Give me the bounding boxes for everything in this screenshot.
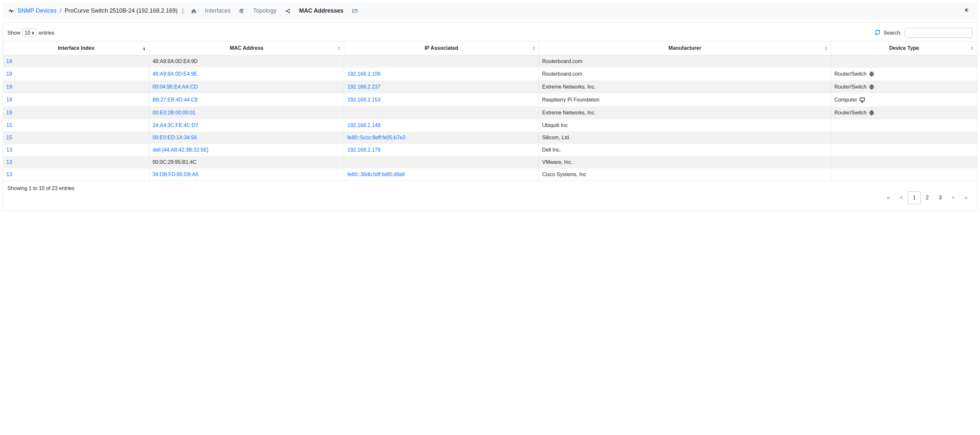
iface-link[interactable]: 13 <box>6 159 12 165</box>
network-icon <box>869 71 875 77</box>
iface-link[interactable]: 19 <box>6 71 12 76</box>
search-input[interactable] <box>905 28 972 38</box>
col-device-type[interactable]: Device Type ▲▼ <box>831 41 977 55</box>
iface-link[interactable]: 19 <box>6 84 12 89</box>
mac-table: Interface Index ▲▼ MAC Address ▲▼ IP Ass… <box>3 41 977 181</box>
device-type-label: Router/Switch <box>834 84 867 90</box>
breadcrumb-sep: / <box>60 8 62 14</box>
iface-link[interactable]: 13 <box>6 147 12 152</box>
network-icon <box>869 110 875 116</box>
tab-chart[interactable] <box>349 7 360 15</box>
page-last[interactable]: » <box>959 191 972 204</box>
col-ip-label: IP Associated <box>425 45 458 51</box>
page-size-value: 10 <box>25 30 30 36</box>
iface-link[interactable]: 19 <box>6 59 12 64</box>
sort-icon: ▲▼ <box>970 46 974 51</box>
col-mac-label: MAC Address <box>230 45 263 51</box>
ip-link[interactable]: 192.168.2.153 <box>347 97 380 102</box>
arrow-left-icon <box>963 7 969 13</box>
iface-link[interactable]: 15 <box>6 122 12 128</box>
mac-link[interactable]: 24:A4:3C:FE:4C:D7 <box>153 122 198 128</box>
manufacturer-text: Cisco Systems, Inc <box>542 171 586 177</box>
manufacturer-text: Routerboard.com <box>542 59 582 64</box>
tab-topology[interactable]: Topology <box>251 6 279 16</box>
mac-link[interactable]: B8:27:EB:4D:44:C8 <box>153 97 198 102</box>
table-row: 1900:E0:2B:00:00:01Extreme Networks, Inc… <box>3 106 977 119</box>
table-row: 1948:A9:8A:0D:E4:9E192.168.2.106Routerbo… <box>3 68 977 81</box>
mac-text: 00:0C:29:95:B1:4C <box>153 159 197 165</box>
scale-icon <box>239 8 245 14</box>
ip-link[interactable]: fe80::5ccc:8eff:fe05:b7e2 <box>347 135 405 140</box>
manufacturer-text: Extreme Networks, Inc. <box>542 84 595 89</box>
tab-interfaces[interactable]: Interfaces <box>202 6 233 16</box>
share-icon <box>285 8 291 14</box>
entries-label: entries <box>39 30 54 36</box>
device-type-label: Router/Switch <box>834 71 867 77</box>
page-prev[interactable]: < <box>895 191 908 204</box>
table-row: 1948:A9:8A:0D:E4:9DRouterboard.com <box>3 55 977 68</box>
mac-link[interactable]: 00:E0:2B:00:00:01 <box>153 110 196 115</box>
mac-link[interactable]: 00:04:96:E4:AA:CD <box>153 84 198 89</box>
device-type-label: Computer <box>834 97 857 103</box>
page-next[interactable]: > <box>947 191 959 204</box>
device-type-label: Router/Switch <box>834 110 867 116</box>
tab-topology-label: Topology <box>253 8 277 14</box>
tab-mac-label: MAC Addresses <box>299 8 344 14</box>
ip-link[interactable]: 192.168.2.148 <box>347 122 380 128</box>
mac-link[interactable]: 48:A9:8A:0D:E4:9E <box>153 71 197 76</box>
iface-link[interactable]: 19 <box>6 97 12 102</box>
tab-scale[interactable] <box>236 7 247 15</box>
breadcrumb-divider: | <box>182 8 184 14</box>
iface-link[interactable]: 15 <box>6 135 12 140</box>
page-3[interactable]: 3 <box>934 191 947 204</box>
mac-link[interactable]: dell [44:A8:42:3B:32:5E] <box>153 147 208 152</box>
network-icon <box>869 84 875 90</box>
device-type: Router/Switch <box>834 71 875 77</box>
device-type: Router/Switch <box>834 84 875 90</box>
ip-link[interactable]: 192.168.2.237 <box>347 84 380 89</box>
breadcrumb-bar: SNMP Devices / ProCurve Switch 2510B-24 … <box>3 3 977 19</box>
breadcrumb-root-link[interactable]: SNMP Devices <box>18 8 57 14</box>
col-ip-associated[interactable]: IP Associated ▲▼ <box>344 41 539 55</box>
iface-link[interactable]: 19 <box>6 110 12 115</box>
computer-icon <box>859 97 865 103</box>
back-button[interactable] <box>961 6 972 16</box>
manufacturer-text: Silicom, Ltd. <box>542 135 570 140</box>
mac-text: 48:A9:8A:0D:E4:9D <box>153 59 198 64</box>
ip-link[interactable]: 192.168.2.106 <box>347 71 380 76</box>
table-row: 1300:0C:29:95:B1:4CVMware, Inc. <box>3 156 977 168</box>
table-row: 19B8:27:EB:4D:44:C8192.168.2.153Raspberr… <box>3 94 977 106</box>
manufacturer-text: Extreme Networks, Inc. <box>542 110 595 115</box>
col-manu-label: Manufacturer <box>668 45 701 51</box>
manufacturer-text: VMware, Inc. <box>542 159 572 165</box>
tab-share[interactable] <box>282 7 293 15</box>
mac-addresses-panel: Show 10 ▲▼ entries Search: Interface Ind… <box>3 22 977 211</box>
table-row: 1500:E0:ED:1A:34:56fe80::5ccc:8eff:fe05:… <box>3 132 977 144</box>
device-type: Computer <box>834 97 865 103</box>
mac-link[interactable]: 00:E0:ED:1A:34:56 <box>153 135 197 140</box>
page-1[interactable]: 1 <box>908 191 921 204</box>
device-type: Router/Switch <box>834 110 875 116</box>
page-size-select[interactable]: 10 ▲▼ <box>22 29 37 37</box>
pagination: « < 1 2 3 > » <box>882 191 972 204</box>
page-first[interactable]: « <box>882 191 895 204</box>
tab-home[interactable] <box>188 7 199 15</box>
breadcrumb-current: ProCurve Switch 2510B-24 (192.168.2.169) <box>65 8 178 14</box>
table-footer: Showing 1 to 10 of 23 entries « < 1 2 3 … <box>3 181 977 204</box>
manufacturer-text: Raspberry Pi Foundation <box>542 97 599 102</box>
col-mac-address[interactable]: MAC Address ▲▼ <box>149 41 344 55</box>
ip-link[interactable]: 192.168.2.178 <box>347 147 380 152</box>
refresh-button[interactable] <box>875 29 880 37</box>
select-caret-icon: ▲▼ <box>32 31 35 35</box>
refresh-icon <box>875 29 880 35</box>
iface-link[interactable]: 13 <box>6 171 12 177</box>
col-iface-label: Interface Index <box>58 45 94 51</box>
page-2[interactable]: 2 <box>921 191 934 204</box>
col-interface-index[interactable]: Interface Index ▲▼ <box>3 41 150 55</box>
table-row: 1334:DB:FD:80:D9:A6fe80::36db:fdff:fe80:… <box>3 168 977 181</box>
manufacturer-text: Routerboard.com <box>542 71 582 76</box>
mac-link[interactable]: 34:DB:FD:80:D9:A6 <box>153 171 198 177</box>
col-manufacturer[interactable]: Manufacturer ▲▼ <box>539 41 831 55</box>
tab-mac-addresses[interactable]: MAC Addresses <box>297 6 346 16</box>
ip-link[interactable]: fe80::36db:fdff:fe80:d9a6 <box>347 171 405 177</box>
